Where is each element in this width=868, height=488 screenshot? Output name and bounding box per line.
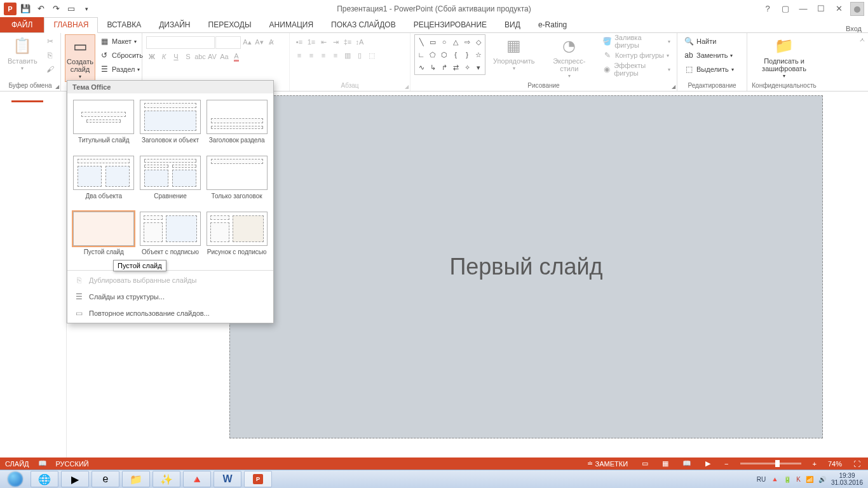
view-slideshow-button[interactable]: ▶: [703, 459, 713, 468]
start-button[interactable]: [3, 471, 28, 487]
taskbar-wand[interactable]: ✨: [153, 471, 180, 487]
help-button[interactable]: ?: [759, 2, 776, 16]
layout-two-content[interactable]: Два объекта: [71, 154, 137, 209]
view-normal-button[interactable]: ▭: [639, 459, 651, 468]
format-painter-button[interactable]: 🖌: [43, 62, 58, 76]
tab-view[interactable]: ВИД: [496, 18, 529, 32]
paste-button[interactable]: 📋 Вставить ▾: [4, 34, 41, 73]
layout-comparison[interactable]: Сравнение: [138, 154, 203, 209]
minimize-button[interactable]: —: [794, 2, 812, 16]
taskbar-media-player[interactable]: ▶: [61, 471, 89, 487]
tray-vlc-icon[interactable]: 🔺: [771, 476, 778, 483]
text-direction-button[interactable]: ↕A: [354, 36, 365, 48]
replace-button[interactable]: abЗаменить▾: [681, 48, 736, 62]
tray-battery-icon[interactable]: 🔋: [783, 476, 791, 483]
tray-volume-icon[interactable]: 🔊: [818, 476, 826, 483]
shadow-button[interactable]: S: [182, 51, 194, 62]
align-right-button[interactable]: ≡: [318, 50, 329, 61]
zoom-level[interactable]: 74%: [828, 460, 842, 468]
increase-font-button[interactable]: A▴: [241, 36, 253, 48]
underline-button[interactable]: Ч: [170, 51, 182, 62]
sign-in-link[interactable]: Вход: [846, 25, 868, 32]
layout-button[interactable]: ▦Макет▾: [97, 34, 146, 48]
paragraph-dialog-launcher[interactable]: ◢: [405, 84, 409, 90]
taskbar-word[interactable]: W: [214, 471, 241, 487]
align-left-button[interactable]: ≡: [294, 50, 305, 61]
notes-button[interactable]: ≐ЗАМЕТКИ: [585, 459, 631, 468]
clear-formatting-button[interactable]: A̷: [266, 36, 277, 48]
font-family-combo[interactable]: [146, 36, 215, 49]
tray-network-icon[interactable]: 📶: [806, 476, 813, 483]
decrease-font-button[interactable]: A▾: [254, 36, 265, 48]
shapes-gallery[interactable]: ╲▭○△⇨◇ ∟⬠⬡{}☆ ∿↳↱⇄✧▾: [414, 34, 485, 75]
start-from-beginning-button[interactable]: ▭: [64, 1, 79, 17]
shape-outline-button[interactable]: ✎Контур фигуры▾: [600, 48, 673, 62]
shape-effects-button[interactable]: ◉Эффекты фигуры▾: [600, 62, 673, 76]
layout-blank[interactable]: Пустой слайд: [71, 210, 137, 265]
layout-section-header[interactable]: Заголовок раздела: [204, 98, 269, 153]
layout-content-caption[interactable]: Объект с подписью: [138, 210, 203, 265]
cut-button[interactable]: ✂: [43, 34, 58, 48]
columns-button[interactable]: ▥: [342, 50, 353, 61]
select-button[interactable]: ⬚Выделить▾: [681, 62, 736, 76]
copy-button[interactable]: ⎘: [43, 48, 58, 62]
shape-fill-button[interactable]: 🪣Заливка фигуры▾: [600, 34, 673, 48]
tab-animations[interactable]: АНИМАЦИЯ: [261, 18, 322, 32]
reuse-slides-item[interactable]: ▭Повторное использование слайдов...: [67, 305, 273, 322]
change-case-button[interactable]: Aa: [219, 51, 230, 62]
tab-file[interactable]: ФАЙЛ: [0, 17, 44, 32]
redo-button[interactable]: ↷: [48, 1, 64, 17]
clipboard-dialog-launcher[interactable]: ◢: [55, 84, 59, 90]
numbering-button[interactable]: 1≡: [306, 36, 317, 48]
collapse-ribbon-button[interactable]: ㅅ: [859, 36, 865, 44]
tab-home[interactable]: ГЛАВНАЯ: [44, 17, 98, 33]
bullets-button[interactable]: •≡: [294, 36, 305, 48]
arrange-button[interactable]: ▦ Упорядочить▾: [489, 34, 538, 73]
layout-title-content[interactable]: Заголовок и объект: [138, 98, 203, 153]
ribbon-display-button[interactable]: ▢: [776, 2, 794, 16]
duplicate-slides-item[interactable]: ⎘Дублировать выбранные слайды: [67, 272, 273, 288]
status-language[interactable]: РУССКИЙ: [56, 460, 89, 468]
tray-av-icon[interactable]: K: [796, 476, 801, 483]
status-slide[interactable]: СЛАЙД: [5, 460, 29, 468]
tab-slideshow[interactable]: ПОКАЗ СЛАЙДОВ: [322, 18, 405, 32]
maximize-button[interactable]: ☐: [812, 2, 830, 16]
line-spacing-button[interactable]: ‡≡: [342, 36, 353, 48]
taskbar-explorer[interactable]: 📁: [122, 471, 150, 487]
increase-indent-button[interactable]: ⇥: [330, 36, 341, 48]
align-center-button[interactable]: ≡: [306, 50, 317, 61]
char-spacing-button[interactable]: AV: [207, 51, 218, 62]
font-size-combo[interactable]: [215, 36, 241, 49]
view-reading-button[interactable]: 📖: [680, 459, 694, 468]
strikethrough-button[interactable]: abc: [194, 51, 206, 62]
slide-thumbnails-pane[interactable]: [0, 92, 67, 458]
close-button[interactable]: ✕: [830, 2, 848, 16]
bold-button[interactable]: Ж: [146, 51, 158, 62]
user-avatar[interactable]: [850, 2, 864, 16]
tab-review[interactable]: РЕЦЕНЗИРОВАНИЕ: [405, 18, 496, 32]
taskbar-ie[interactable]: e: [92, 471, 119, 487]
view-sorter-button[interactable]: ▦: [660, 459, 671, 468]
slides-from-outline-item[interactable]: ☰Слайды из структуры...: [67, 288, 273, 305]
tab-insert[interactable]: ВСТАВКА: [98, 18, 150, 32]
align-text-button[interactable]: ▯: [354, 50, 365, 61]
decrease-indent-button[interactable]: ⇤: [318, 36, 329, 48]
smartart-button[interactable]: ⬚: [366, 50, 377, 61]
font-color-button[interactable]: A: [231, 51, 242, 62]
layout-title-only[interactable]: Только заголовок: [204, 154, 269, 209]
layout-picture-caption[interactable]: Рисунок с подписью: [204, 210, 269, 265]
tab-design[interactable]: ДИЗАЙН: [150, 18, 199, 32]
tray-lang[interactable]: RU: [757, 476, 766, 483]
zoom-in-button[interactable]: +: [810, 460, 819, 468]
layout-title-slide[interactable]: Титульный слайд: [71, 98, 137, 153]
new-slide-button[interactable]: ▭ Создать слайд ▾: [65, 34, 95, 82]
tab-erating[interactable]: e-Rating: [529, 18, 576, 32]
reset-button[interactable]: ↺Сбросить: [97, 48, 146, 62]
slide[interactable]: Первый слайд: [229, 95, 823, 438]
find-button[interactable]: 🔍Найти: [681, 34, 736, 48]
save-button[interactable]: 💾: [18, 1, 33, 17]
tab-transitions[interactable]: ПЕРЕХОДЫ: [200, 18, 261, 32]
qat-customize-button[interactable]: ▾: [79, 1, 94, 17]
zoom-slider[interactable]: [740, 463, 801, 464]
taskbar-chrome[interactable]: 🌐: [31, 471, 58, 487]
